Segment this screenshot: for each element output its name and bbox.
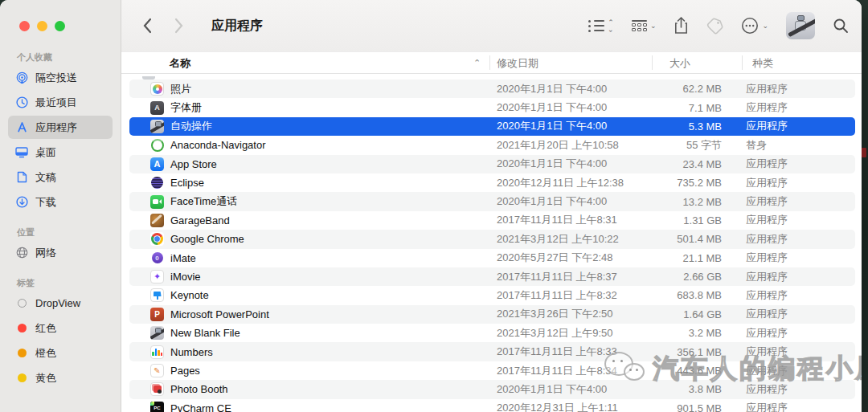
file-kind: 应用程序	[746, 382, 788, 397]
sidebar-section-label: 标签	[0, 275, 121, 290]
file-kind: 应用程序	[746, 119, 788, 133]
file-date-modified: 2020年5月27日 下午2:48	[497, 251, 613, 265]
table-row[interactable]: iMate2020年5月27日 下午2:4821.1 MB应用程序	[129, 249, 855, 267]
close-button[interactable]	[19, 21, 30, 31]
file-kind: 应用程序	[746, 100, 788, 115]
sidebar-item-最近项目[interactable]: 最近项目	[8, 91, 113, 114]
sidebar-item-橙色[interactable]: 橙色	[8, 341, 113, 365]
fontbook-app-icon: A	[150, 101, 164, 115]
file-size: 55 字节	[612, 138, 722, 153]
automator-proxy-icon[interactable]	[786, 12, 815, 39]
sidebar-item-下载[interactable]: 下载	[8, 190, 113, 214]
table-row[interactable]: PCPyCharm CE2020年12月31日 上午1:11901.5 MB应用…	[129, 399, 855, 412]
tag-yellow	[15, 372, 28, 385]
file-name: iMovie	[170, 271, 201, 283]
group-by-control[interactable]: ⌄	[632, 20, 657, 31]
file-kind: 应用程序	[746, 194, 788, 209]
facetime-app-icon	[150, 195, 164, 209]
group-view-icon	[632, 20, 647, 31]
table-row[interactable]: AApp Store2020年1月1日 下午4:0023.4 MB应用程序	[129, 155, 855, 173]
share-button[interactable]	[674, 17, 689, 35]
file-size: 2.66 GB	[612, 271, 722, 283]
file-kind: 应用程序	[746, 326, 788, 341]
photobooth-app-icon	[150, 382, 164, 396]
table-row[interactable]: 照片2020年1月1日 下午4:0062.2 MB应用程序	[129, 80, 855, 98]
back-button[interactable]	[142, 18, 160, 34]
sidebar-item-隔空投送[interactable]: 隔空投送	[8, 66, 113, 89]
more-ellipsis-icon	[741, 17, 759, 35]
table-row[interactable]: Anaconda-Navigator2021年1月20日 上午10:5855 字…	[129, 136, 855, 154]
file-kind: 应用程序	[746, 213, 788, 227]
file-kind: 应用程序	[746, 345, 788, 359]
table-row[interactable]: 自动操作2020年1月1日 下午4:005.3 MB应用程序	[129, 117, 855, 136]
table-row[interactable]: FaceTime通话2020年1月1日 下午4:0013.2 MB应用程序	[129, 192, 855, 210]
file-date-modified: 2021年3月12日 上午10:22	[497, 232, 619, 247]
forward-button[interactable]	[174, 18, 192, 34]
airdrop-icon	[15, 71, 28, 84]
file-size: 5.3 MB	[612, 120, 722, 133]
sidebar-item-label: 黄色	[35, 371, 56, 385]
sidebar-section-label: 个人收藏	[0, 50, 121, 64]
applications-icon	[15, 121, 28, 134]
column-divider[interactable]	[742, 55, 743, 70]
column-header-size[interactable]: 大小	[669, 52, 690, 74]
chrome-app-icon	[150, 232, 164, 246]
sidebar-item-应用程序[interactable]: 应用程序	[8, 116, 113, 139]
file-date-modified: 2020年1月1日 下午4:00	[497, 382, 607, 397]
file-date-modified: 2021年1月20日 上午10:58	[497, 138, 619, 153]
table-row[interactable]: A字体册2020年1月1日 下午4:007.1 MB应用程序	[129, 98, 855, 116]
sidebar-item-黄色[interactable]: 黄色	[8, 366, 113, 390]
clock-icon	[15, 96, 28, 109]
column-header-kind[interactable]: 种类	[752, 52, 773, 74]
column-divider[interactable]	[489, 55, 490, 70]
column-header-name[interactable]: 名称	[170, 52, 190, 74]
table-row[interactable]: ✎Pages2017年11月11日 上午8:34443.6 MB应用程序	[129, 361, 855, 380]
sidebar-item-红色[interactable]: 红色	[8, 316, 113, 340]
appstore-app-icon: A	[150, 157, 164, 171]
table-row[interactable]: ✦iMovie2017年11月11日 上午8:372.66 GB应用程序	[129, 267, 855, 286]
sidebar-item-文稿[interactable]: 文稿	[8, 165, 113, 189]
file-size: 21.1 MB	[612, 252, 722, 264]
sidebar-item-label: 隔空投送	[35, 71, 77, 85]
file-date-modified: 2017年11月11日 上午8:33	[497, 345, 617, 359]
sidebar: 个人收藏隔空投送最近项目应用程序桌面文稿下载位置网络标签DropView红色橙色…	[0, 0, 121, 412]
table-row[interactable]: Eclipse2020年12月11日 上午12:38735.2 MB应用程序	[129, 173, 855, 192]
zoom-button[interactable]	[55, 21, 65, 31]
file-size: 735.2 MB	[612, 177, 722, 189]
sidebar-item-桌面[interactable]: 桌面	[8, 141, 113, 164]
sidebar-item-网络[interactable]: 网络	[8, 241, 113, 264]
garageband-app-icon	[150, 214, 164, 227]
column-divider[interactable]	[652, 55, 653, 70]
file-name: 照片	[170, 82, 191, 96]
traffic-lights	[19, 21, 65, 31]
document-icon	[15, 171, 28, 184]
table-row[interactable]: PMicrosoft PowerPoint2021年3月26日 下午2:501.…	[129, 305, 855, 324]
table-row[interactable]: New Blank File2021年3月12日 上午9:503.2 MB应用程…	[129, 324, 855, 342]
table-row[interactable]: GarageBand2017年11月11日 上午8:311.31 GB应用程序	[129, 211, 855, 230]
file-size: 13.2 MB	[612, 196, 722, 208]
table-row[interactable]: Photo Booth2020年1月1日 下午4:003.8 MB应用程序	[129, 380, 855, 398]
table-row[interactable]: Keynote2017年11月11日 上午8:32683.8 MB应用程序	[129, 286, 855, 304]
chevron-down-icon: ⌄	[650, 22, 657, 29]
sidebar-item-DropView[interactable]: DropView	[8, 292, 113, 315]
imovie-app-icon: ✦	[150, 270, 164, 284]
table-row[interactable]: Numbers2017年11月11日 上午8:33356.1 MB应用程序	[129, 342, 855, 361]
minimize-button[interactable]	[37, 21, 47, 31]
chevron-down-icon: ⌄	[762, 22, 768, 29]
table-row[interactable]: Google Chrome2021年3月12日 上午10:22501.4 MB应…	[129, 230, 855, 248]
powerpoint-app-icon: P	[150, 308, 164, 321]
view-mode-control[interactable]: ⌃⌃	[588, 19, 614, 32]
column-header-date[interactable]: 修改日期	[497, 52, 538, 74]
search-icon[interactable]	[833, 18, 849, 34]
file-date-modified: 2021年3月26日 下午2:50	[497, 307, 613, 321]
window-title: 应用程序	[211, 18, 263, 35]
file-name: Anaconda-Navigator	[170, 139, 266, 151]
photos-app-icon	[150, 82, 164, 96]
desktop-artifact	[862, 148, 866, 157]
file-name: PyCharm CE	[170, 402, 231, 412]
file-name: Microsoft PowerPoint	[170, 308, 269, 320]
file-kind: 应用程序	[746, 82, 788, 96]
more-actions-control[interactable]: ⌄	[741, 17, 768, 35]
tag-orange	[15, 347, 28, 360]
tag-icon[interactable]	[706, 18, 723, 35]
